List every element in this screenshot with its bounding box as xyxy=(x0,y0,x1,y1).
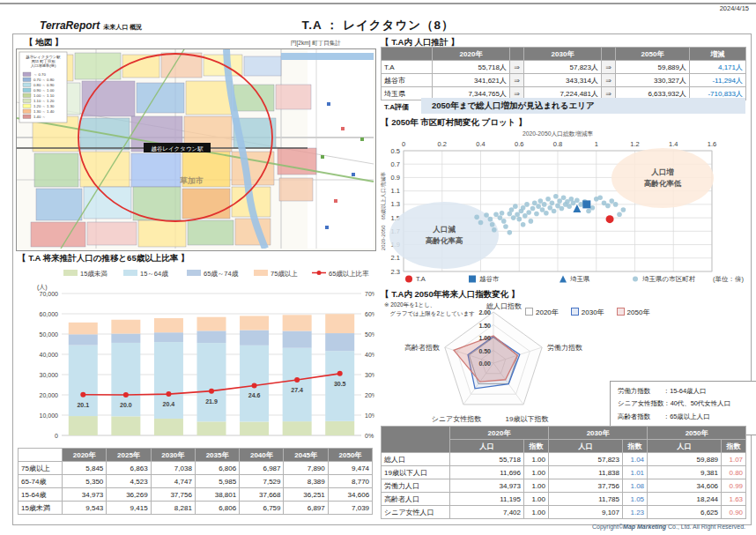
svg-label: ～ 0.70 xyxy=(33,72,46,77)
bar-segment xyxy=(325,333,354,351)
sub-header-index: 指数 xyxy=(722,440,746,453)
definition-line: 労働力指数 ：15-64歳人口 xyxy=(618,385,750,398)
svg-label: シニア女性指数 xyxy=(432,415,482,423)
point-circle xyxy=(484,212,489,218)
point-circle xyxy=(553,194,559,199)
point-circle xyxy=(478,220,484,226)
district-patch xyxy=(131,153,181,187)
table-row: 19歳以下人口11,6961.0011,8381.019,3810.80 xyxy=(382,466,746,479)
point-circle xyxy=(503,224,508,229)
legend-swatch xyxy=(617,308,625,316)
point-circle xyxy=(534,212,539,217)
svg-label: 1.2 xyxy=(630,140,639,148)
value-cell: 1.00 xyxy=(524,479,549,493)
point-circle xyxy=(516,217,522,222)
table-row: 越谷市341,621人⇒343,314人⇒330,327人-11,294人 xyxy=(382,74,746,87)
svg-label: 越谷市 xyxy=(479,275,500,283)
value-cell: 59,889 xyxy=(648,453,722,466)
legend-label: 2020年 xyxy=(536,308,559,316)
point-circle xyxy=(609,198,614,204)
poi-marker xyxy=(334,199,337,203)
table-row: 75歳以上5,8456,8637,0386,8066,9877,8909,474 xyxy=(19,462,373,475)
row-label: 75歳以上 xyxy=(19,462,63,475)
svg-label: 20.4 xyxy=(163,401,175,407)
svg-label: 1.40 ～ xyxy=(33,115,46,119)
row-label: 15歳未満 xyxy=(19,502,63,515)
table-header-row: 2020年2030年2050年 xyxy=(382,427,746,440)
bar-chart: 15歳未満15～64歳65歳～74歳75歳以上65歳以上比率(人)00%10,0… xyxy=(18,264,374,441)
legend-swatch xyxy=(254,270,268,276)
value-cell: 5,985 xyxy=(195,475,239,488)
legend-label: 2050年 xyxy=(627,308,650,316)
svg-label: 総人口指数 xyxy=(485,302,522,310)
value-cell: 7,890 xyxy=(284,462,328,475)
bar-segment xyxy=(111,416,140,435)
value-cell: 1.23 xyxy=(623,506,648,519)
district-patch xyxy=(84,187,131,219)
point-circle xyxy=(474,215,479,220)
value-cell: 6,987 xyxy=(240,462,284,475)
point-circle xyxy=(621,207,626,212)
value-cell: 9,415 xyxy=(107,502,151,515)
map-outside-area xyxy=(308,49,374,249)
value-cell: 5,350 xyxy=(63,475,107,488)
series-T.A xyxy=(606,215,614,223)
bar-chart-title: 【 T.A 将来推計人口の推移と65歳以上比率 】 xyxy=(18,253,189,264)
point-circle xyxy=(513,204,518,209)
value-cell: 0.80 xyxy=(722,466,746,479)
value-cell: 6,806 xyxy=(195,462,239,475)
bar-segment xyxy=(197,421,226,435)
point-circle xyxy=(493,212,499,218)
line-marker xyxy=(166,391,171,397)
value-cell: 1.05 xyxy=(623,493,648,506)
value-cell: 36,269 xyxy=(107,488,151,502)
point-circle xyxy=(606,215,614,223)
svg-label: 0.90 ～ 1.00 xyxy=(33,88,55,93)
value-2020: 341,621人 xyxy=(433,74,510,87)
point-circle xyxy=(590,205,596,211)
svg-label: 越谷レイクタウン駅 xyxy=(151,145,204,152)
definition-line: シニア女性指数：40代、50代女性人口 xyxy=(618,398,750,410)
col-header: 2025年 xyxy=(107,449,151,462)
svg-label: 1.00 ～ 1.10 xyxy=(33,93,55,98)
line-marker xyxy=(294,377,300,383)
district-patch xyxy=(75,53,121,79)
value-cell: 11,838 xyxy=(549,466,623,479)
svg-label: 2.3 xyxy=(391,268,400,276)
value-cell: 6,863 xyxy=(107,462,151,475)
svg-label: 2020-2050 65歳以上人口増減率 xyxy=(380,172,387,250)
bar-segment xyxy=(197,331,226,343)
line-marker xyxy=(252,383,257,388)
value-cell: 57,823 xyxy=(549,453,623,466)
value-cell: 1.00 xyxy=(524,453,549,466)
poi-marker xyxy=(341,127,345,130)
svg-label: 0.50 xyxy=(478,348,491,354)
row-label: 65-74歳 xyxy=(19,475,63,488)
value-cell: 7,402 xyxy=(450,506,524,519)
copyright: Copyright©Map Marketing Co., Ltd. All Ri… xyxy=(592,524,745,530)
bar-segment xyxy=(283,348,312,421)
bar-segment xyxy=(325,314,354,333)
sub-header-index: 指数 xyxy=(623,440,648,453)
arrow-cell: ⇒ xyxy=(602,61,616,74)
district-patch xyxy=(276,85,311,109)
population-projection-table: 2020年2030年2050年増減T.A55,718人⇒57,823人⇒59,8… xyxy=(381,47,746,100)
svg-label: 21.9 xyxy=(205,398,218,405)
value-cell: 0.90 xyxy=(722,506,746,519)
svg-label: 70,000 xyxy=(40,291,59,297)
value-cell: 0.99 xyxy=(722,479,746,493)
value-cell: 36,251 xyxy=(284,488,328,502)
value-cell: 1.00 xyxy=(524,466,549,479)
svg-label: 1.1 xyxy=(391,187,400,195)
index-table: 2020年2030年2050年人口指数人口指数人口指数総人口55,7181.00… xyxy=(381,426,746,519)
series-越谷市 xyxy=(582,200,590,208)
scatter-chart: 2020-2050人口総数増減率2020-2050 65歳以上人口増減率00.2… xyxy=(379,128,745,288)
svg-label: 1.30 ～ 1.40 xyxy=(33,109,55,114)
copyright-prefix: Copyright© xyxy=(592,524,623,530)
svg-label: 1.00 xyxy=(478,335,491,341)
svg-label: 0.6 xyxy=(515,140,523,148)
svg-label: T.A xyxy=(416,275,426,283)
district-patch xyxy=(122,55,159,78)
svg-label: 65歳以上比率 xyxy=(329,270,369,278)
sub-header-population: 人口 xyxy=(450,440,524,453)
